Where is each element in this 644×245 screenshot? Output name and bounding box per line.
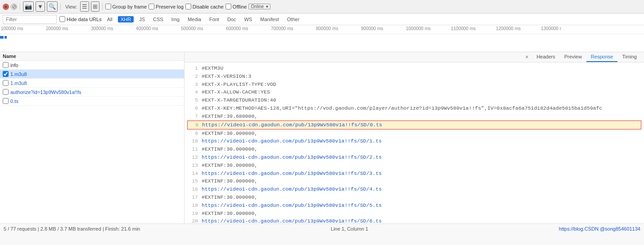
filter-all[interactable]: All — [104, 16, 115, 22]
status-middle: Line 1, Column 1 — [331, 226, 368, 232]
online-badge[interactable]: Online ▾ — [248, 4, 270, 9]
timeline-bars — [0, 34, 644, 51]
filter-other[interactable]: Other — [284, 16, 302, 22]
toolbar-separator-3 — [102, 3, 103, 10]
line-content[interactable]: https://video1-cdn.gaodun.com/pub/13p9Wv… — [202, 121, 641, 129]
filter-input[interactable] — [3, 15, 57, 24]
offline-input[interactable] — [225, 4, 231, 9]
disable-cache-checkbox[interactable]: Disable cache — [185, 4, 224, 9]
line-content: #EXTINF:30.000000, — [202, 129, 641, 138]
line-number: 16 — [187, 185, 198, 193]
file-list-item[interactable]: 1.m3u8 — [0, 70, 184, 79]
filter-ws[interactable]: WS — [241, 16, 255, 22]
file-list-item[interactable]: 1.m3u8 — [0, 79, 184, 88]
response-line: 15#EXTINF:30.000000, — [187, 177, 641, 185]
detail-tab-response[interactable]: Response — [586, 52, 618, 62]
line-content[interactable]: https://video1-cdn.gaodun.com/pub/13p9Wv… — [202, 217, 641, 223]
filter-doc[interactable]: Doc — [225, 16, 239, 22]
detail-panel: × HeadersPreviewResponseTiming 1#EXTM3U2… — [185, 52, 644, 223]
ruler-mark: 1300000 r — [540, 26, 585, 31]
group-by-frame-input[interactable] — [105, 4, 111, 9]
line-number: 11 — [187, 145, 198, 153]
file-name: 1.m3u8 — [10, 80, 181, 86]
file-list-item[interactable]: info — [0, 61, 184, 70]
response-line: 14https://video1-cdn.gaodun.com/pub/13p9… — [187, 169, 641, 178]
line-content: #EXTINF:30.000000, — [202, 209, 641, 218]
line-content: #EXTINF:30.000000, — [202, 161, 641, 169]
response-line: 17#EXTINF:30.000000, — [187, 193, 641, 201]
timeline-container: 100000 ms200000 ms300000 ms400000 ms5000… — [0, 25, 644, 52]
ruler-mark: 600000 ms — [225, 26, 270, 31]
grid-view-button[interactable]: ⊞ — [91, 1, 99, 12]
preserve-log-checkbox[interactable]: Preserve log — [149, 4, 184, 9]
filter-js[interactable]: JS — [136, 16, 148, 22]
file-checkbox[interactable] — [3, 80, 9, 86]
filter-manifest[interactable]: Manifest — [257, 16, 282, 22]
offline-checkbox[interactable]: Offline — [225, 4, 247, 9]
line-content[interactable]: https://video1-cdn.gaodun.com/pub/13p9Wv… — [202, 201, 641, 209]
file-list-item[interactable]: 0.ts — [0, 97, 184, 106]
filter-xhr[interactable]: XHR — [118, 16, 134, 22]
camera-button[interactable]: 📷 — [23, 1, 34, 12]
file-name: authorize?id=13p9Wv580v1a!!fs — [10, 89, 181, 95]
line-number: 6 — [187, 104, 198, 112]
filter-font[interactable]: Font — [207, 16, 222, 22]
file-checkbox[interactable] — [3, 71, 9, 77]
close-detail-button[interactable]: × — [522, 52, 532, 62]
line-number: 2 — [187, 72, 198, 80]
response-line: 16https://video1-cdn.gaodun.com/pub/13p9… — [187, 185, 641, 193]
response-line: 4#EXT-X-ALLOW-CACHE:YES — [187, 88, 641, 96]
filter-img[interactable]: Img — [169, 16, 182, 22]
file-name: 1.m3u8 — [10, 71, 181, 77]
filter-media[interactable]: Media — [185, 16, 204, 22]
line-number: 20 — [187, 217, 198, 223]
status-bar: 5 / 77 requests | 2.8 MB / 3.7 MB transf… — [0, 223, 644, 233]
line-content: #EXTINF:39.680000, — [202, 112, 641, 120]
file-checkbox[interactable] — [3, 62, 9, 68]
group-by-frame-checkbox[interactable]: Group by frame — [105, 4, 147, 9]
file-list-item[interactable]: authorize?id=13p9Wv580v1a!!fs — [0, 88, 184, 97]
response-line: 2#EXT-X-VERSION:3 — [187, 72, 641, 80]
filter-bar: Hide data URLs All XHR JS CSS Img Media … — [0, 13, 644, 25]
ruler-mark: 400000 ms — [135, 26, 180, 31]
response-line: 3#EXT-X-PLAYLIST-TYPE:VOD — [187, 80, 641, 89]
ruler-mark: 300000 ms — [90, 26, 135, 31]
line-content: #EXT-X-KEY:METHOD=AES-128,URI="https://v… — [202, 104, 641, 112]
timeline-bar-1 — [0, 36, 4, 39]
response-line: 6#EXT-X-KEY:METHOD=AES-128,URI="https://… — [187, 104, 641, 112]
ruler-mark: 1200000 ms — [495, 26, 540, 31]
file-checkbox[interactable] — [3, 89, 9, 95]
detail-tab-headers[interactable]: Headers — [532, 52, 560, 62]
search-button[interactable]: 🔍 — [47, 1, 58, 12]
filter-toggle-button[interactable]: ▼ — [36, 1, 45, 12]
line-number: 17 — [187, 193, 198, 201]
line-content[interactable]: https://video1-cdn.gaodun.com/pub/13p9Wv… — [202, 185, 641, 193]
detail-tab-timing[interactable]: Timing — [617, 52, 641, 62]
line-content: #EXT-X-TARGETDURATION:40 — [202, 96, 641, 104]
line-content[interactable]: https://video1-cdn.gaodun.com/pub/13p9Wv… — [202, 153, 641, 161]
response-line: 7#EXTINF:39.680000, — [187, 112, 641, 120]
line-content: #EXTINF:30.000000, — [202, 193, 641, 201]
filter-css[interactable]: CSS — [150, 16, 166, 22]
toolbar-separator-2 — [60, 3, 61, 10]
hide-data-urls-input[interactable] — [59, 16, 65, 22]
file-list-panel: Name info 1.m3u8 1.m3u8 authorize?id=13p… — [0, 52, 185, 223]
response-content: 1#EXTM3U2#EXT-X-VERSION:33#EXT-X-PLAYLIS… — [185, 62, 644, 223]
file-list-header: Name — [0, 52, 184, 61]
clear-button[interactable]: ⊘ — [11, 4, 17, 10]
line-content[interactable]: https://video1-cdn.gaodun.com/pub/13p9Wv… — [202, 169, 641, 178]
list-view-button[interactable]: ☰ — [80, 1, 89, 12]
record-button[interactable]: ● — [3, 4, 9, 10]
line-number: 18 — [187, 201, 198, 209]
disable-cache-input[interactable] — [185, 4, 191, 9]
preserve-log-input[interactable] — [149, 4, 154, 9]
ruler-mark: 1100000 ms — [450, 26, 495, 31]
line-number: 9 — [187, 129, 198, 138]
file-checkbox[interactable] — [3, 98, 9, 104]
hide-data-urls-checkbox[interactable]: Hide data URLs — [59, 16, 102, 22]
line-number: 14 — [187, 169, 198, 178]
detail-tab-preview[interactable]: Preview — [560, 52, 586, 62]
response-line: 13#EXTINF:30.000000, — [187, 161, 641, 169]
line-content: #EXT-X-ALLOW-CACHE:YES — [202, 88, 641, 96]
line-content[interactable]: https://video1-cdn.gaodun.com/pub/13p9Wv… — [202, 137, 641, 145]
